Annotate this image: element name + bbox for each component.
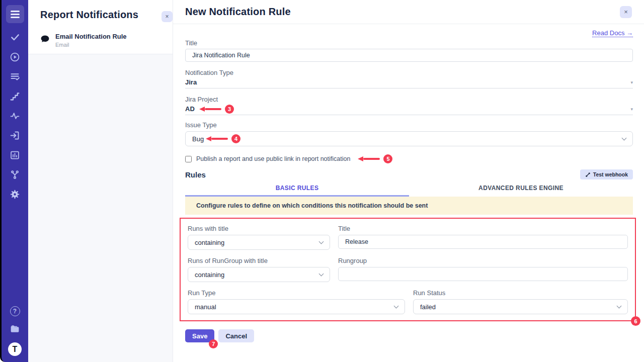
save-label: Save bbox=[192, 332, 207, 340]
runs-with-title-field: Runs with title containing bbox=[188, 225, 330, 250]
activity-icon[interactable] bbox=[10, 110, 21, 121]
report-notifications-panel: Report Notifications × Email Notificatio… bbox=[28, 0, 173, 362]
notification-type-value: Jira bbox=[185, 78, 197, 86]
tab-basic-rules[interactable]: BASIC RULES bbox=[185, 182, 409, 197]
annotation-badge-6: 6 bbox=[631, 316, 640, 326]
save-button[interactable]: Save 7 bbox=[185, 329, 214, 342]
runs-with-title-select[interactable]: containing bbox=[188, 235, 330, 250]
title-field: Title bbox=[185, 39, 633, 62]
run-type-select[interactable]: manual bbox=[188, 299, 405, 314]
panel-header: Report Notifications bbox=[28, 0, 173, 27]
app-window: ? T Report Notifications × Email Notific… bbox=[0, 0, 644, 362]
chevron-down-icon bbox=[319, 239, 324, 244]
rule-title-field: Title bbox=[338, 225, 628, 250]
notification-type-select[interactable]: Jira ▾ bbox=[185, 76, 633, 88]
chevron-down-icon bbox=[622, 135, 627, 140]
arrow-head bbox=[199, 107, 205, 112]
run-status-label: Run Status bbox=[413, 289, 628, 297]
branch-icon[interactable] bbox=[10, 169, 21, 180]
title-input[interactable] bbox=[185, 49, 633, 62]
run-status-select[interactable]: failed bbox=[413, 299, 628, 314]
menu-bar bbox=[11, 11, 20, 12]
tab-advanced-rules-engine[interactable]: ADVANCED RULES ENGINE bbox=[409, 182, 633, 197]
jira-project-field: Jira Project AD ▾ 3 bbox=[185, 96, 633, 115]
jira-project-value: AD bbox=[185, 105, 195, 113]
form-content: Read Docs → Title Notification Type Jira… bbox=[173, 24, 644, 351]
rule-title-input[interactable] bbox=[338, 235, 628, 249]
gear-icon[interactable] bbox=[10, 189, 21, 200]
menu-bar bbox=[11, 14, 20, 15]
caret-down-icon: ▾ bbox=[630, 107, 633, 112]
menu-icon[interactable] bbox=[6, 5, 24, 23]
list-check-icon[interactable] bbox=[10, 71, 21, 82]
issue-type-select[interactable]: Bug 4 bbox=[185, 131, 633, 146]
read-docs-link[interactable]: Read Docs → bbox=[592, 29, 633, 37]
arrow-head bbox=[358, 156, 363, 161]
rule-row-run: Run Type manual Run Status failed bbox=[188, 289, 628, 314]
list-item-subtitle: Email bbox=[55, 42, 127, 48]
rule-row-title: Runs with title containing Title bbox=[188, 225, 628, 250]
publish-report-label: Publish a report and use public link in … bbox=[196, 155, 350, 162]
testim-logo[interactable]: T bbox=[8, 342, 22, 356]
icon-sidebar: ? T bbox=[0, 0, 28, 362]
sign-in-icon[interactable] bbox=[10, 130, 21, 141]
chevron-down-icon bbox=[394, 303, 399, 308]
rule-title-label: Title bbox=[338, 225, 628, 232]
arrow-shaft bbox=[205, 108, 221, 110]
notification-type-label: Notification Type bbox=[185, 69, 633, 76]
webhook-icon bbox=[585, 172, 591, 177]
bar-chart-icon[interactable] bbox=[10, 149, 21, 160]
run-status-field: Run Status failed bbox=[413, 289, 628, 314]
notification-type-field: Notification Type Jira ▾ bbox=[185, 69, 633, 88]
annotation-badge-7: 7 bbox=[209, 339, 218, 348]
test-webhook-button[interactable]: Test webhook bbox=[580, 169, 633, 179]
issue-type-value: Bug bbox=[192, 135, 204, 143]
issue-type-field: Issue Type Bug 4 bbox=[185, 121, 633, 146]
folders-icon[interactable] bbox=[10, 323, 21, 334]
menu-bar bbox=[11, 17, 20, 18]
panel-title: Report Notifications bbox=[40, 9, 160, 21]
play-circle-icon[interactable] bbox=[10, 51, 21, 62]
help-icon[interactable]: ? bbox=[10, 306, 20, 316]
rules-header-row: Rules Test webhook bbox=[185, 169, 633, 179]
rule-row-rungroup: Runs of RunGroup with title containing R… bbox=[188, 257, 628, 282]
page-title: New Notification Rule bbox=[185, 6, 291, 18]
rungroup-with-title-select[interactable]: containing bbox=[188, 267, 330, 282]
list-item-title: Email Notification Rule bbox=[55, 33, 127, 40]
cancel-button[interactable]: Cancel bbox=[218, 329, 254, 342]
runs-with-title-value: containing bbox=[195, 239, 224, 246]
arrow-head bbox=[206, 136, 211, 141]
main-close-button[interactable]: × bbox=[620, 6, 632, 18]
rules-notice: Configure rules to define on which condi… bbox=[185, 197, 633, 215]
annotation-arrow-5: 5 bbox=[358, 154, 392, 163]
rungroup-with-title-label: Runs of RunGroup with title bbox=[188, 257, 330, 264]
arrow-shaft bbox=[211, 138, 228, 140]
runs-with-title-label: Runs with title bbox=[188, 225, 330, 232]
rungroup-with-title-field: Runs of RunGroup with title containing bbox=[188, 257, 330, 282]
run-type-value: manual bbox=[195, 303, 216, 311]
issue-type-label: Issue Type bbox=[185, 121, 633, 129]
publish-report-checkbox[interactable] bbox=[185, 156, 192, 162]
chevron-down-icon bbox=[319, 271, 324, 276]
jira-project-select[interactable]: AD ▾ 3 bbox=[185, 103, 633, 115]
title-label: Title bbox=[185, 39, 633, 47]
publish-report-row: Publish a report and use public link in … bbox=[185, 154, 633, 163]
main-header: New Notification Rule × bbox=[173, 0, 644, 24]
notification-list-item[interactable]: Email Notification Rule Email bbox=[28, 27, 173, 54]
test-webhook-label: Test webhook bbox=[593, 171, 628, 177]
rungroup-with-title-value: containing bbox=[195, 271, 224, 279]
rungroup-field: Rungroup bbox=[338, 257, 628, 282]
chat-bubble-icon bbox=[40, 34, 50, 46]
form-actions: Save 7 Cancel bbox=[185, 329, 633, 342]
rungroup-label: Rungroup bbox=[338, 257, 628, 264]
steps-icon[interactable] bbox=[10, 90, 21, 102]
annotation-arrow-3: 3 bbox=[199, 105, 234, 114]
annotation-badge-4: 4 bbox=[231, 134, 240, 143]
list-item-text: Email Notification Rule Email bbox=[55, 33, 127, 48]
check-icon[interactable] bbox=[10, 32, 21, 43]
annotation-badge-3: 3 bbox=[225, 105, 234, 114]
rungroup-input[interactable] bbox=[338, 267, 628, 281]
annotation-badge-5: 5 bbox=[383, 154, 392, 163]
rules-heading: Rules bbox=[185, 170, 206, 179]
panel-close-button[interactable]: × bbox=[162, 11, 173, 22]
